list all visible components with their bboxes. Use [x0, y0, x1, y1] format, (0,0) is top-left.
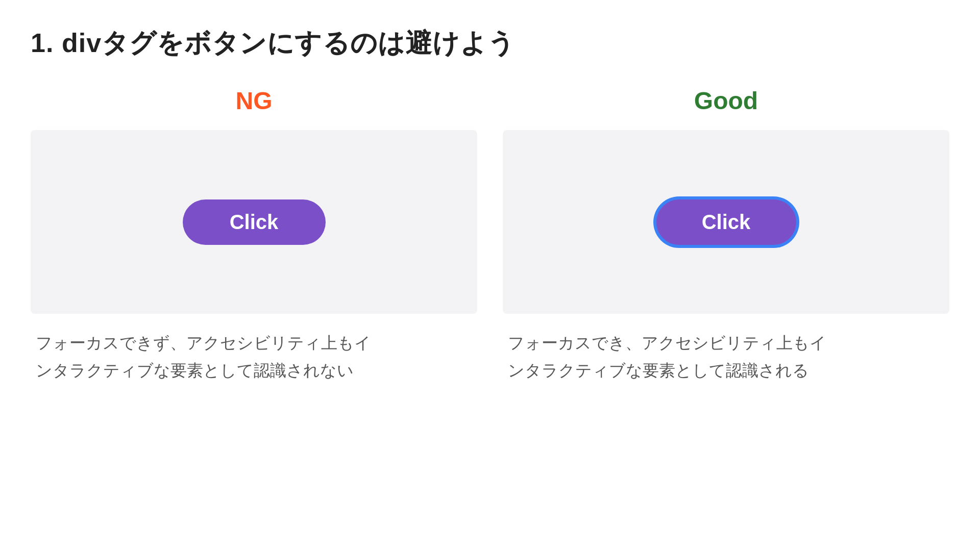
good-demo-box: Click — [503, 130, 949, 314]
ng-description-line1: フォーカスできず、アクセシビリティ上もイ — [36, 334, 371, 352]
good-label: Good — [694, 87, 758, 115]
good-column: Good Click フォーカスでき、アクセシビリティ上もイ ンタラクティブな要… — [503, 87, 949, 385]
ng-label: NG — [236, 87, 273, 115]
columns-wrapper: NG Click フォーカスできず、アクセシビリティ上もイ ンタラクティブな要素… — [31, 87, 949, 385]
ng-description: フォーカスできず、アクセシビリティ上もイ ンタラクティブな要素として認識されない — [31, 329, 376, 385]
good-description-line2: ンタラクティブな要素として認識される — [508, 361, 809, 380]
ng-demo-box: Click — [31, 130, 477, 314]
ng-description-line2: ンタラクティブな要素として認識されない — [36, 361, 354, 380]
ng-column: NG Click フォーカスできず、アクセシビリティ上もイ ンタラクティブな要素… — [31, 87, 477, 385]
page-container: 1. divタグをボタンにするのは避けよう NG Click フォーカスできず、… — [0, 0, 980, 405]
good-description-line1: フォーカスでき、アクセシビリティ上もイ — [508, 334, 826, 352]
good-description: フォーカスでき、アクセシビリティ上もイ ンタラクティブな要素として認識される — [503, 329, 831, 385]
good-click-button[interactable]: Click — [655, 198, 798, 246]
page-title: 1. divタグをボタンにするのは避けよう — [31, 26, 949, 61]
ng-click-button[interactable]: Click — [183, 199, 326, 245]
